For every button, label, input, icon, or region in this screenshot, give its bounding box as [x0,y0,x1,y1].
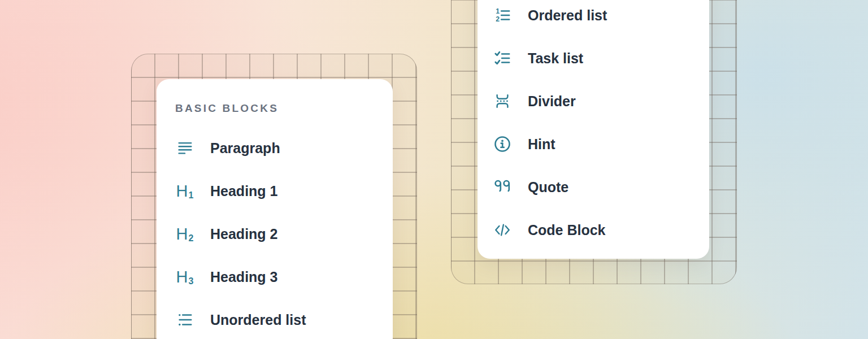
menu-item-label: Heading 1 [210,184,277,198]
menu-item-label: Unordered list [210,313,306,327]
hint-info-icon [493,134,512,154]
menu-item-code-block[interactable]: Code Block [493,219,696,241]
menu-item-heading-2[interactable]: H2 Heading 2 [175,223,379,245]
svg-text:2: 2 [496,15,500,23]
menu-item-divider[interactable]: Divider [493,90,696,112]
gradient-background: BASIC BLOCKS Paragraph H1 Heading 1 H2 [0,0,868,339]
menu-item-ordered-list[interactable]: 1 2 Ordered list [493,4,696,27]
more-blocks-card: 1 2 Ordered list Task list [478,0,709,259]
heading-2-icon: H2 [175,224,194,244]
menu-item-hint[interactable]: Hint [493,133,696,155]
menu-item-label: Paragraph [210,141,280,155]
section-label: BASIC BLOCKS [175,103,379,114]
menu-item-label: Heading 3 [210,270,277,284]
menu-item-label: Task list [528,51,583,66]
paragraph-icon [175,138,194,158]
menu-item-heading-3[interactable]: H3 Heading 3 [175,266,379,288]
menu-item-label: Heading 2 [210,227,277,241]
code-block-icon [493,220,512,240]
menu-item-label: Hint [528,137,555,151]
menu-item-label: Code Block [528,223,606,237]
menu-item-quote[interactable]: Quote [493,176,696,198]
basic-blocks-card: BASIC BLOCKS Paragraph H1 Heading 1 H2 [157,79,393,339]
menu-item-label: Divider [528,94,576,108]
ordered-list-icon: 1 2 [493,6,512,25]
divider-icon [493,92,512,111]
task-list-icon [493,49,512,68]
menu-item-task-list[interactable]: Task list [493,47,696,69]
heading-3-icon: H3 [175,267,194,286]
heading-1-icon: H1 [175,181,194,201]
quote-icon [493,177,512,197]
unordered-list-icon [175,310,194,329]
svg-text:1: 1 [496,7,500,15]
menu-item-label: Quote [528,180,568,194]
menu-item-heading-1[interactable]: H1 Heading 1 [175,180,379,202]
menu-item-unordered-list[interactable]: Unordered list [175,308,379,331]
menu-item-label: Ordered list [528,8,607,23]
menu-item-paragraph[interactable]: Paragraph [175,137,379,159]
